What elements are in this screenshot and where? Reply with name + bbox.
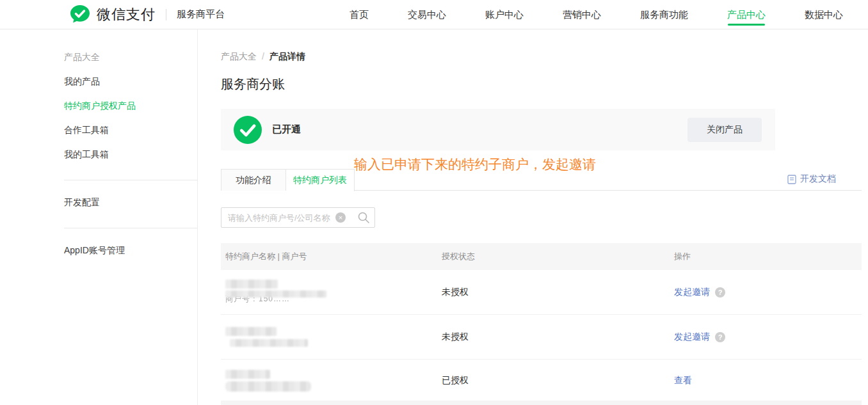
redacted-merchant-name [225, 327, 277, 336]
help-icon[interactable]: ? [715, 287, 725, 298]
sidebar-item-authorized-products[interactable]: 特约商户授权产品 [64, 93, 197, 118]
nav-item-account-center[interactable]: 账户中心 [485, 0, 524, 29]
sidebar-item-product-catalog[interactable]: 产品大全 [64, 45, 197, 69]
redacted-merchant-info [225, 381, 311, 392]
wechat-pay-logo-icon [69, 4, 91, 25]
merchant-name-cell [221, 327, 442, 347]
tutorial-annotation: 输入已申请下来的特约子商户，发起邀请 [354, 155, 596, 173]
invite-link[interactable]: 发起邀请 [674, 331, 710, 343]
header-divider [166, 9, 166, 20]
nav-item-data-center[interactable]: 数据中心 [805, 0, 843, 29]
table-row: 未授权 发起邀请 ? [221, 315, 862, 360]
status-badge: 已开通 [272, 123, 301, 136]
sidebar-divider [64, 180, 198, 180]
help-icon[interactable]: ? [715, 332, 725, 342]
breadcrumb: 产品大全/产品详情 [221, 51, 862, 63]
sidebar-item-cooperation-toolbox[interactable]: 合作工具箱 [64, 118, 197, 142]
status-card: 已开通 关闭产品 [221, 109, 775, 150]
auth-status: 未授权 [442, 331, 674, 343]
sidebar-item-my-products[interactable]: 我的产品 [64, 69, 197, 93]
sidebar: 产品大全 我的产品 特约商户授权产品 合作工具箱 我的工具箱 开发配置 AppI… [0, 29, 198, 405]
tab-feature-intro[interactable]: 功能介绍 [221, 169, 286, 191]
col-actions: 操作 [674, 251, 862, 262]
dev-doc-link[interactable]: 开发文档 [787, 173, 836, 185]
merchant-name-cell: 商户号：150…… [221, 280, 442, 305]
app-window: 微信支付 服务商平台 首页 交易中心 账户中心 营销中心 服务商功能 产品中心 … [0, 0, 868, 405]
view-link[interactable]: 查看 [674, 375, 692, 386]
breadcrumb-current: 产品详情 [269, 51, 305, 61]
clear-icon[interactable]: × [335, 212, 346, 223]
sidebar-item-appid-management[interactable]: AppID账号管理 [64, 238, 197, 262]
search-icon[interactable] [357, 211, 370, 226]
nav-item-marketing-center[interactable]: 营销中心 [563, 0, 601, 29]
nav-item-sp-features[interactable]: 服务商功能 [640, 0, 688, 29]
breadcrumb-separator: / [262, 51, 264, 61]
col-merchant-name: 特约商户名称 | 商户号 [221, 251, 442, 262]
sidebar-item-dev-config[interactable]: 开发配置 [64, 190, 197, 214]
check-circle-icon [234, 116, 262, 144]
document-icon [787, 175, 796, 184]
redacted-merchant-info [230, 339, 308, 347]
merchant-name-cell [221, 370, 442, 392]
close-product-button[interactable]: 关闭产品 [687, 118, 762, 142]
top-header: 微信支付 服务商平台 首页 交易中心 账户中心 营销中心 服务商功能 产品中心 … [0, 0, 868, 29]
brand-area[interactable]: 微信支付 服务商平台 [69, 0, 225, 29]
col-auth-status: 授权状态 [442, 251, 674, 262]
nav-item-product-center[interactable]: 产品中心 [727, 0, 766, 29]
page-title: 服务商分账 [221, 75, 862, 92]
portal-title: 服务商平台 [177, 8, 225, 20]
dev-doc-label: 开发文档 [800, 173, 836, 185]
brand-title: 微信支付 [97, 5, 156, 24]
table-row: 已授权 查看 [221, 360, 862, 402]
redacted-merchant-name [225, 370, 270, 379]
table-header: 特约商户名称 | 商户号 授权状态 操作 [221, 243, 862, 270]
auth-status: 已授权 [442, 375, 674, 386]
invite-link[interactable]: 发起邀请 [674, 287, 710, 298]
merchant-search: × [221, 207, 375, 228]
nav-item-home[interactable]: 首页 [350, 0, 369, 29]
redacted-merchant-name [225, 280, 278, 289]
table-row: 商户号：150…… 未授权 发起邀请 ? [221, 270, 862, 315]
sidebar-divider [64, 228, 198, 228]
redacted-merchant-info [225, 290, 326, 298]
next-row-partial [221, 401, 862, 405]
search-input[interactable] [221, 207, 375, 228]
main-nav: 首页 交易中心 账户中心 营销中心 服务商功能 产品中心 数据中心 [350, 0, 843, 29]
merchant-table: 特约商户名称 | 商户号 授权状态 操作 商户号：150…… 未授权 发起邀请 … [221, 243, 862, 402]
breadcrumb-parent[interactable]: 产品大全 [221, 51, 257, 61]
sidebar-item-my-toolbox[interactable]: 我的工具箱 [64, 142, 197, 166]
auth-status: 未授权 [442, 287, 674, 298]
nav-item-transaction-center[interactable]: 交易中心 [408, 0, 446, 29]
tab-merchant-list[interactable]: 特约商户列表 [286, 169, 355, 191]
main-content: 产品大全/产品详情 服务商分账 已开通 关闭产品 功能介绍 特约商户列表 [221, 29, 862, 402]
